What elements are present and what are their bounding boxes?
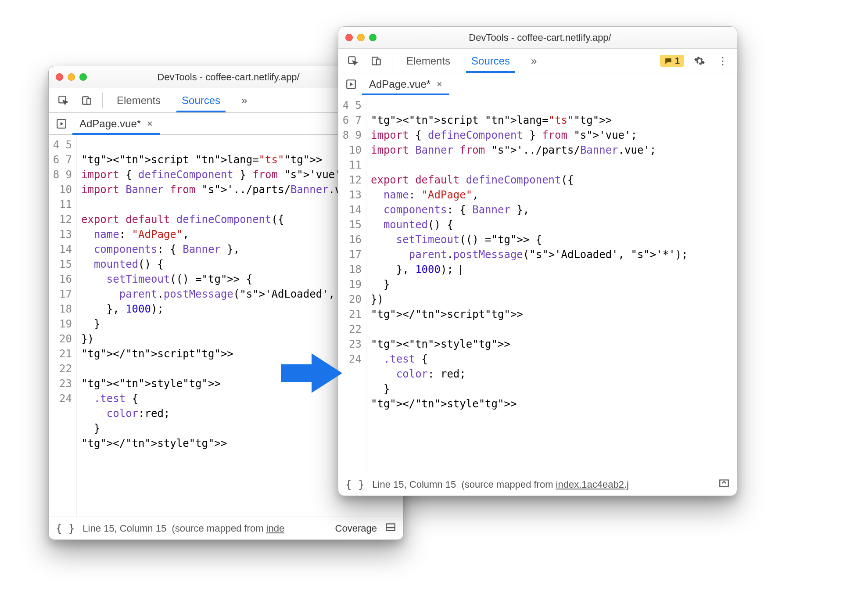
drawer-toggle-icon[interactable]	[385, 521, 396, 536]
braces-icon[interactable]: { }	[345, 478, 364, 491]
settings-button[interactable]	[689, 49, 710, 73]
window-title: DevTools - coffee-cart.netlify.app/	[381, 32, 699, 43]
tabs-overflow-button[interactable]: »	[521, 49, 546, 73]
file-tab-adpage[interactable]: AdPage.vue* ×	[72, 113, 160, 134]
minimize-window-button[interactable]	[357, 34, 365, 41]
braces-icon[interactable]: { }	[56, 522, 75, 535]
file-tab-adpage[interactable]: AdPage.vue* ×	[362, 73, 449, 95]
tab-elements[interactable]: Elements	[107, 88, 170, 112]
device-toolbar-button[interactable]	[366, 49, 387, 73]
arrow-icon	[276, 347, 347, 399]
more-menu-button[interactable]: ⋮	[712, 49, 733, 73]
traffic-lights	[345, 34, 377, 41]
tab-sources[interactable]: Sources	[462, 49, 520, 73]
device-toolbar-button[interactable]	[76, 88, 98, 112]
run-snippet-button[interactable]	[340, 73, 362, 95]
coverage-label[interactable]: Coverage	[335, 523, 377, 534]
titlebar: DevTools - coffee-cart.netlify.app/	[338, 27, 737, 49]
svg-rect-7	[377, 59, 380, 65]
file-tab-label: AdPage.vue*	[369, 78, 430, 90]
close-window-button[interactable]	[345, 34, 353, 41]
tabs-overflow-button[interactable]: »	[232, 88, 257, 112]
source-file-tabs: AdPage.vue* ×	[338, 73, 737, 95]
maximize-window-button[interactable]	[369, 34, 377, 41]
statusbar: { } Line 15, Column 15 (source mapped fr…	[338, 473, 737, 496]
sourcemap-link[interactable]: inde	[266, 523, 285, 534]
close-tab-button[interactable]: ×	[147, 118, 153, 129]
close-window-button[interactable]	[56, 73, 63, 81]
window-title: DevTools - coffee-cart.netlify.app/	[91, 72, 366, 83]
devtools-toolbar: Elements Sources » 1 ⋮	[338, 49, 737, 73]
line-gutter: 4 5 6 7 8 9 10 11 12 13 14 15 16 17 18 1…	[49, 135, 77, 517]
inspect-element-button[interactable]	[52, 88, 74, 112]
devtools-window-right: DevTools - coffee-cart.netlify.app/ Elem…	[338, 26, 737, 496]
file-tab-label: AdPage.vue*	[79, 118, 141, 130]
close-tab-button[interactable]: ×	[437, 79, 442, 90]
drawer-toggle-icon[interactable]	[718, 478, 730, 492]
tab-sources[interactable]: Sources	[172, 88, 230, 112]
code-content[interactable]: "tg"><"tn">script "tn">lang="ts""tg">> i…	[366, 95, 737, 473]
code-editor[interactable]: 4 5 6 7 8 9 10 11 12 13 14 15 16 17 18 1…	[338, 95, 737, 473]
warnings-badge[interactable]: 1	[660, 55, 684, 67]
svg-rect-2	[87, 98, 91, 104]
maximize-window-button[interactable]	[79, 73, 87, 81]
tab-elements[interactable]: Elements	[397, 49, 460, 73]
traffic-lights	[56, 73, 87, 81]
inspect-element-button[interactable]	[342, 49, 364, 73]
line-gutter: 4 5 6 7 8 9 10 11 12 13 14 15 16 17 18 1…	[338, 95, 366, 473]
cursor-position: Line 15, Column 15 (source mapped from i…	[82, 523, 284, 534]
statusbar: { } Line 15, Column 15 (source mapped fr…	[49, 517, 403, 539]
cursor-position: Line 15, Column 15 (source mapped from i…	[372, 479, 629, 490]
sourcemap-link[interactable]: index.1ac4eab2.j	[556, 479, 629, 490]
run-snippet-button[interactable]	[50, 113, 72, 134]
minimize-window-button[interactable]	[68, 73, 75, 81]
